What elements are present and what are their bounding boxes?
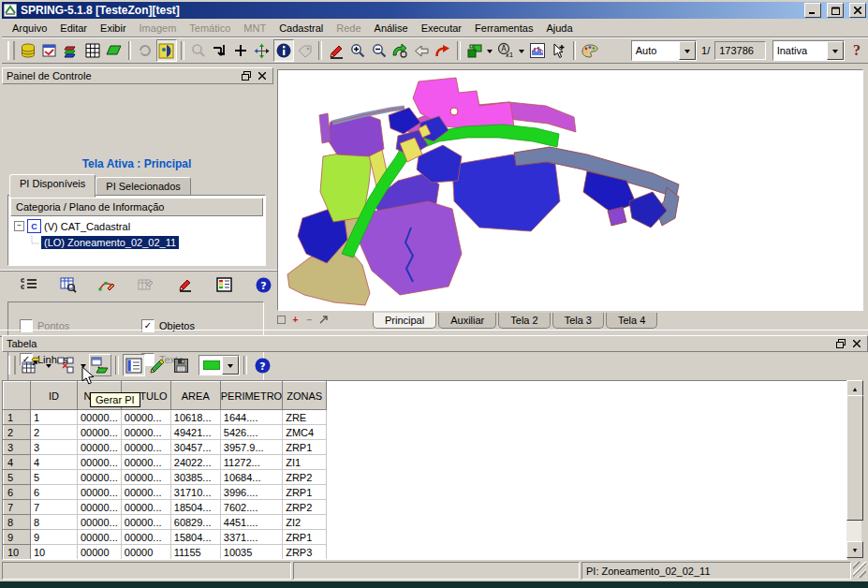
table-cell[interactable]: 10618... [170,410,220,425]
table-cell[interactable]: 7 [31,500,78,515]
link-squares-icon[interactable] [54,354,77,376]
legend-table-icon[interactable] [213,273,235,296]
grid-icon[interactable] [82,39,103,62]
tree-child-row[interactable]: (LO) Zoneamento_02_02_11 [8,234,265,250]
table-cell[interactable]: ZRP2 [283,470,327,485]
table-row[interactable]: 2200000...00000...49421...5426....ZMC4 [4,425,327,440]
table-cell[interactable]: 00000... [78,410,122,425]
table-cell[interactable]: 9 [31,530,78,545]
table-row[interactable]: 6600000...00000...31710...3996....ZRP1 [4,485,327,500]
float-panel-icon[interactable] [240,70,253,81]
collapse-icon[interactable]: − [14,221,24,231]
table-cell[interactable]: 30385... [170,470,220,485]
table-cell[interactable]: 00000... [121,515,170,530]
table-cell[interactable]: 31710... [170,485,220,500]
table-cell[interactable]: 00000... [78,440,122,455]
float-panel-icon[interactable] [834,338,847,349]
fly-to-icon[interactable] [464,39,485,62]
table-row[interactable]: 9900000...00000...15804...3371....ZRP1 [4,530,327,545]
menu-item-imagem[interactable]: Imagem [133,21,184,36]
table-cell[interactable]: 24022... [170,455,220,470]
detach-screen-icon[interactable] [317,314,330,326]
pencil-icon[interactable] [146,354,169,376]
table-cell[interactable]: 00000... [121,530,170,545]
status-combo-dropdown[interactable] [827,41,844,60]
histogram-icon[interactable] [527,39,548,62]
menu-item-arquivo[interactable]: Arquivo [6,21,53,36]
menu-item-ajuda[interactable]: Ajuda [539,21,579,36]
table-row[interactable]: 3300000...00000...30457...3957.9...ZRP1 [4,440,327,455]
table-cell[interactable]: ZRP2 [283,500,327,515]
vertical-scrollbar[interactable]: ▲ ▼ [846,380,861,558]
table-cell[interactable]: 00000... [121,500,170,515]
column-header-perimetro[interactable]: PERIMETRO [220,382,282,410]
row-header-cell[interactable]: 4 [4,455,31,470]
add-screen-icon[interactable]: + [289,314,302,326]
zoom-in-icon[interactable] [347,39,368,62]
table-cell[interactable]: 60829... [170,515,220,530]
resize-grip[interactable] [853,562,866,578]
table-cell[interactable]: 10035 [220,545,282,560]
table-cell[interactable]: 00000 [78,545,122,560]
view-tab-tela4[interactable]: Tela 4 [606,313,657,329]
table-cell[interactable]: 3996.... [220,485,282,500]
table-cell[interactable]: 00000... [121,410,170,425]
list-icon[interactable] [18,273,40,296]
row-header-cell[interactable]: 5 [4,470,31,485]
fly-to-dropdown[interactable] [485,40,494,61]
polygon-icon[interactable] [104,39,125,62]
table-cell[interactable]: 10684... [220,470,282,485]
color-swatch-combo[interactable] [199,355,240,375]
menu-item-exibir[interactable]: Exibir [94,21,133,36]
table-cell[interactable]: 00000... [78,500,122,515]
table-cell[interactable]: 00000... [121,470,170,485]
tab-pi-disponiveis[interactable]: PI Disponíveis [9,174,96,198]
row-header-cell[interactable]: 2 [4,425,31,440]
table-cell[interactable]: 3 [31,440,78,455]
toolbar-grip[interactable] [7,41,15,60]
gerar-pi-button[interactable] [89,354,111,376]
scroll-down-icon[interactable]: ▼ [846,541,863,558]
toolbar-grip[interactable] [8,356,16,375]
help-icon[interactable]: ? [251,354,273,376]
save-icon[interactable] [169,354,192,376]
undo-icon[interactable] [433,39,453,62]
remove-screen-icon[interactable]: − [303,314,316,326]
view-tab-auxiliar[interactable]: Auxiliar [438,313,496,329]
zoom-out-icon[interactable] [369,39,390,62]
table-cell[interactable]: 00000... [78,515,122,530]
column-header-area[interactable]: AREA [170,382,220,410]
pan-icon[interactable] [252,39,272,62]
close-button[interactable] [849,3,866,18]
label-tag-icon[interactable] [295,39,316,62]
color-swatch-dropdown[interactable] [222,356,239,375]
table-row[interactable]: 7700000...00000...18504...7602....ZRP2 [4,500,327,515]
help-icon[interactable]: ? [252,273,274,296]
table-row[interactable]: 4400000...00000...24022...11272...ZI1 [4,455,327,470]
table-cell[interactable]: 00000... [78,470,122,485]
auto-combo[interactable]: Auto [631,40,697,61]
table-cell[interactable]: 1 [31,410,78,425]
scale-input[interactable]: 173786 [714,41,766,60]
crosshair-plus-icon[interactable] [230,39,251,62]
generate-table-icon[interactable] [20,354,42,376]
table-cell[interactable]: 11155 [170,545,220,560]
table-cell[interactable]: ZRP1 [283,440,327,455]
table-row[interactable]: 1100000...00000...10618...1644....ZRE [4,410,327,425]
column-header-zonas[interactable]: ZONAS [283,382,327,410]
info-icon[interactable] [273,39,294,62]
table-edit-icon[interactable] [135,273,157,296]
table-cell[interactable]: 3371.... [220,530,282,545]
minimize-button[interactable] [804,3,821,18]
fit-view-icon[interactable] [209,39,229,62]
corner-header-cell[interactable] [4,382,31,410]
table-search-icon[interactable] [57,273,80,296]
recompose-icon[interactable] [390,39,410,62]
table-cell[interactable]: ZMC4 [283,425,327,440]
menu-item-mnt[interactable]: MNT [237,21,272,36]
database-icon[interactable] [19,39,39,62]
scale-1x-dropdown[interactable] [517,40,526,61]
vector-edit-icon[interactable] [96,273,118,296]
zoom-tool-icon[interactable] [188,39,209,62]
close-panel-icon[interactable] [850,338,863,349]
